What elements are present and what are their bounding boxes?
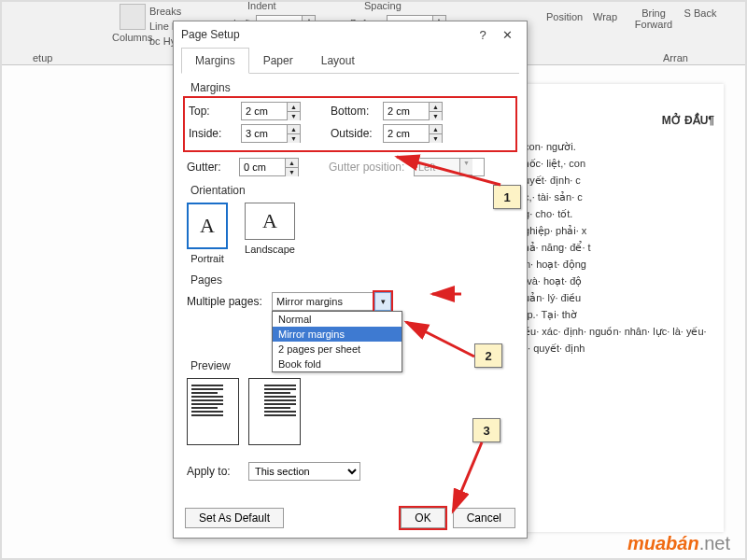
landscape-label: Landscape bbox=[245, 244, 295, 255]
set-as-default-button[interactable]: Set As Default bbox=[185, 508, 284, 528]
dialog-title: Page Setup bbox=[181, 28, 240, 41]
orientation-group-label: Orientation bbox=[187, 184, 514, 197]
label-top: Top: bbox=[189, 105, 235, 118]
watermark-logo: muabán.net bbox=[627, 533, 730, 554]
orientation-landscape[interactable]: A Landscape bbox=[245, 203, 295, 264]
doc-text-line: khốc· liệt,· con bbox=[518, 155, 714, 172]
input-outside[interactable]: ▲▼ bbox=[383, 124, 443, 143]
dropdown-option[interactable]: Book fold bbox=[273, 357, 402, 371]
tab-paper[interactable]: Paper bbox=[249, 48, 307, 74]
portrait-label: Portrait bbox=[190, 253, 223, 264]
spinner-arrows[interactable]: ▲▼ bbox=[287, 125, 300, 142]
help-button[interactable]: ? bbox=[471, 28, 495, 42]
preview-page-right bbox=[248, 378, 301, 445]
columns-icon bbox=[120, 4, 146, 30]
label-outside: Outside: bbox=[331, 127, 377, 140]
ribbon-group-arrange-label: Arran bbox=[663, 52, 688, 63]
input-top[interactable]: ▲▼ bbox=[241, 102, 301, 120]
portrait-icon: A bbox=[187, 203, 228, 249]
doc-text-line: iệp.· Tại· thờ bbox=[518, 306, 714, 323]
ribbon-spacing-label: Spacing bbox=[364, 0, 402, 11]
tab-margins[interactable]: Margins bbox=[181, 48, 249, 74]
ribbon-position[interactable]: Position bbox=[546, 11, 583, 22]
doc-text-line: quyết· định· c bbox=[518, 172, 714, 189]
dropdown-list: NormalMirror margins2 pages per sheetBoo… bbox=[272, 311, 402, 372]
tab-layout[interactable]: Layout bbox=[307, 48, 369, 74]
preview-area bbox=[187, 378, 514, 445]
spinner-arrows[interactable]: ▲▼ bbox=[285, 159, 298, 175]
input-gutter[interactable]: ▲▼ bbox=[239, 158, 299, 176]
landscape-icon: A bbox=[245, 203, 295, 240]
doc-text-line: nghiệp· phải· x bbox=[518, 222, 714, 239]
preview-page-left bbox=[187, 378, 239, 445]
doc-heading: MỞ ĐẦU¶ bbox=[518, 112, 714, 129]
callout-2: 2 bbox=[474, 343, 502, 368]
dropdown-option[interactable]: 2 pages per sheet bbox=[273, 342, 402, 357]
label-inside: Inside: bbox=[189, 127, 235, 140]
doc-text-line: ản· hoạt· động bbox=[518, 256, 714, 273]
orientation-portrait[interactable]: A Portrait bbox=[187, 203, 228, 264]
apply-to-select[interactable]: This section bbox=[248, 462, 360, 481]
doc-text-line: ác,· tài· sản· c bbox=[518, 189, 714, 205]
callout-3: 3 bbox=[472, 418, 500, 442]
input-inside[interactable]: ▲▼ bbox=[241, 124, 301, 143]
ribbon-wrap-text[interactable]: Wrap bbox=[593, 11, 617, 22]
label-apply-to: Apply to: bbox=[187, 465, 243, 478]
label-bottom: Bottom: bbox=[331, 105, 377, 118]
close-button[interactable]: ✕ bbox=[495, 28, 519, 42]
pages-group-label: Pages bbox=[187, 273, 514, 287]
doc-text-line: đều· xác· định· nguồn· nhân· lực· là· yế… bbox=[518, 323, 714, 357]
ok-button[interactable]: OK bbox=[401, 508, 444, 528]
ribbon-bring-forward[interactable]: Bring Forward bbox=[630, 7, 677, 30]
ribbon-indent-label: Indent bbox=[247, 0, 276, 11]
label-gutter-position: Gutter position: bbox=[329, 161, 408, 174]
margins-group-label: Margins bbox=[187, 81, 514, 94]
spinner-arrows[interactable]: ▲▼ bbox=[287, 103, 300, 119]
callout-1: 1 bbox=[493, 185, 521, 209]
label-multiple-pages: Multiple pages: bbox=[187, 295, 266, 308]
multiple-pages-dropdown[interactable]: Mirror margins ▾ NormalMirror margins2 p… bbox=[272, 292, 391, 311]
doc-text-line: · con· người. bbox=[518, 138, 714, 155]
dialog-titlebar[interactable]: Page Setup ? ✕ bbox=[174, 21, 527, 48]
multiple-pages-value: Mirror margins bbox=[272, 292, 374, 311]
spinner-arrows[interactable]: ▲▼ bbox=[429, 125, 442, 142]
dialog-tabs: Margins Paper Layout bbox=[181, 48, 519, 74]
cancel-button[interactable]: Cancel bbox=[453, 508, 515, 528]
input-bottom[interactable]: ▲▼ bbox=[383, 102, 443, 120]
document-page: MỞ ĐẦU¶ · con· người.khốc· liệt,· conquy… bbox=[509, 84, 724, 532]
input-gutter-position: ▼ bbox=[414, 158, 485, 176]
page-setup-dialog: Page Setup ? ✕ Margins Paper Layout Marg… bbox=[173, 21, 528, 539]
label-gutter: Gutter: bbox=[187, 161, 233, 174]
ribbon-breaks[interactable]: Breaks bbox=[149, 6, 213, 17]
dropdown-toggle-icon[interactable]: ▾ bbox=[374, 292, 391, 311]
doc-text-line: khả· năng· để· t bbox=[518, 239, 714, 256]
doc-text-line: ·· và· hoạt· độ bbox=[518, 273, 714, 289]
doc-text-line: quản· lý· điều bbox=[518, 289, 714, 306]
ribbon-send-backward[interactable]: S Back bbox=[682, 7, 719, 19]
ribbon-group-setup-label: etup bbox=[33, 52, 52, 63]
doc-text-line: ng· cho· tốt. bbox=[518, 205, 714, 222]
ribbon-columns-label: Columns bbox=[112, 32, 152, 43]
spinner-arrows[interactable]: ▲▼ bbox=[429, 103, 442, 119]
dropdown-option[interactable]: Normal bbox=[273, 312, 402, 327]
ribbon-columns[interactable]: Columns bbox=[112, 4, 152, 43]
margins-highlight-box: Top: ▲▼ Bottom: ▲▼ Inside: ▲▼ Outside: ▲… bbox=[183, 96, 517, 152]
dropdown-option[interactable]: Mirror margins bbox=[273, 327, 402, 342]
